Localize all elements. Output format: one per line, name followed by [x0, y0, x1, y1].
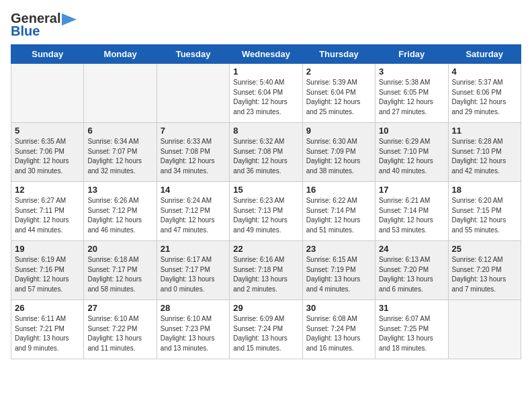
- day-number: 10: [379, 126, 444, 136]
- day-info: Sunrise: 6:12 AM Sunset: 7:20 PM Dayligh…: [452, 255, 517, 294]
- day-number: 22: [233, 244, 298, 254]
- calendar-cell: 24Sunrise: 6:13 AM Sunset: 7:20 PM Dayli…: [375, 241, 448, 300]
- day-number: 18: [452, 185, 517, 195]
- day-number: 9: [306, 126, 371, 136]
- day-number: 5: [15, 126, 80, 136]
- calendar-cell: 14Sunrise: 6:24 AM Sunset: 7:12 PM Dayli…: [157, 182, 229, 241]
- calendar-cell: 11Sunrise: 6:28 AM Sunset: 7:10 PM Dayli…: [448, 123, 521, 182]
- day-number: 16: [306, 185, 371, 195]
- calendar-cell: 15Sunrise: 6:23 AM Sunset: 7:13 PM Dayli…: [230, 182, 302, 241]
- day-info: Sunrise: 6:23 AM Sunset: 7:13 PM Dayligh…: [233, 196, 298, 235]
- day-number: 7: [161, 126, 226, 136]
- calendar-cell: [448, 300, 521, 359]
- day-info: Sunrise: 6:11 AM Sunset: 7:21 PM Dayligh…: [15, 314, 80, 353]
- calendar-cell: 4Sunrise: 5:37 AM Sunset: 6:06 PM Daylig…: [448, 64, 521, 123]
- calendar-cell: 2Sunrise: 5:39 AM Sunset: 6:04 PM Daylig…: [302, 64, 375, 123]
- col-header-thursday: Thursday: [302, 45, 375, 64]
- day-info: Sunrise: 6:15 AM Sunset: 7:19 PM Dayligh…: [306, 255, 371, 294]
- day-number: 26: [15, 303, 80, 313]
- calendar-cell: 27Sunrise: 6:10 AM Sunset: 7:22 PM Dayli…: [84, 300, 157, 359]
- day-number: 25: [452, 244, 517, 254]
- col-header-tuesday: Tuesday: [157, 45, 229, 64]
- day-info: Sunrise: 6:34 AM Sunset: 7:07 PM Dayligh…: [87, 137, 152, 176]
- col-header-sunday: Sunday: [11, 45, 84, 64]
- calendar: SundayMondayTuesdayWednesdayThursdayFrid…: [11, 44, 521, 359]
- day-info: Sunrise: 6:16 AM Sunset: 7:18 PM Dayligh…: [233, 255, 298, 294]
- day-info: Sunrise: 6:13 AM Sunset: 7:20 PM Dayligh…: [379, 255, 444, 294]
- calendar-cell: 9Sunrise: 6:30 AM Sunset: 7:09 PM Daylig…: [302, 123, 375, 182]
- col-header-friday: Friday: [375, 45, 448, 64]
- col-header-wednesday: Wednesday: [230, 45, 302, 64]
- day-number: 2: [306, 66, 371, 77]
- day-info: Sunrise: 6:09 AM Sunset: 7:24 PM Dayligh…: [233, 314, 298, 353]
- calendar-week-row: 1Sunrise: 5:40 AM Sunset: 6:04 PM Daylig…: [11, 64, 521, 123]
- calendar-cell: 28Sunrise: 6:10 AM Sunset: 7:23 PM Dayli…: [157, 300, 229, 359]
- day-number: 27: [87, 303, 152, 313]
- day-number: 19: [15, 244, 80, 254]
- calendar-cell: [84, 64, 157, 123]
- day-number: 21: [161, 244, 226, 254]
- day-info: Sunrise: 5:40 AM Sunset: 6:04 PM Dayligh…: [233, 78, 298, 117]
- day-number: 20: [87, 244, 152, 254]
- day-number: 15: [233, 185, 298, 195]
- day-number: 30: [306, 303, 371, 313]
- day-info: Sunrise: 6:22 AM Sunset: 7:14 PM Dayligh…: [306, 196, 371, 235]
- day-info: Sunrise: 6:18 AM Sunset: 7:17 PM Dayligh…: [87, 255, 152, 294]
- logo-arrow-icon: [62, 13, 77, 26]
- day-number: 31: [379, 303, 444, 313]
- day-number: 4: [452, 66, 517, 77]
- calendar-week-row: 5Sunrise: 6:35 AM Sunset: 7:06 PM Daylig…: [11, 123, 521, 182]
- calendar-cell: 20Sunrise: 6:18 AM Sunset: 7:17 PM Dayli…: [84, 241, 157, 300]
- calendar-cell: 1Sunrise: 5:40 AM Sunset: 6:04 PM Daylig…: [230, 64, 302, 123]
- day-number: 6: [87, 126, 152, 136]
- day-info: Sunrise: 5:39 AM Sunset: 6:04 PM Dayligh…: [306, 78, 371, 117]
- calendar-cell: 19Sunrise: 6:19 AM Sunset: 7:16 PM Dayli…: [11, 241, 84, 300]
- day-info: Sunrise: 6:10 AM Sunset: 7:22 PM Dayligh…: [87, 314, 152, 353]
- calendar-cell: 12Sunrise: 6:27 AM Sunset: 7:11 PM Dayli…: [11, 182, 84, 241]
- calendar-cell: 29Sunrise: 6:09 AM Sunset: 7:24 PM Dayli…: [230, 300, 302, 359]
- calendar-cell: 22Sunrise: 6:16 AM Sunset: 7:18 PM Dayli…: [230, 241, 302, 300]
- calendar-cell: 5Sunrise: 6:35 AM Sunset: 7:06 PM Daylig…: [11, 123, 84, 182]
- calendar-header-row: SundayMondayTuesdayWednesdayThursdayFrid…: [11, 45, 521, 64]
- calendar-cell: 30Sunrise: 6:08 AM Sunset: 7:24 PM Dayli…: [302, 300, 375, 359]
- calendar-week-row: 12Sunrise: 6:27 AM Sunset: 7:11 PM Dayli…: [11, 182, 521, 241]
- header: General Blue: [11, 11, 521, 39]
- calendar-cell: 10Sunrise: 6:29 AM Sunset: 7:10 PM Dayli…: [375, 123, 448, 182]
- day-info: Sunrise: 6:33 AM Sunset: 7:08 PM Dayligh…: [161, 137, 226, 176]
- calendar-cell: 7Sunrise: 6:33 AM Sunset: 7:08 PM Daylig…: [157, 123, 229, 182]
- day-number: 3: [379, 66, 444, 77]
- day-info: Sunrise: 6:20 AM Sunset: 7:15 PM Dayligh…: [452, 196, 517, 235]
- calendar-cell: 25Sunrise: 6:12 AM Sunset: 7:20 PM Dayli…: [448, 241, 521, 300]
- day-number: 13: [87, 185, 152, 195]
- day-info: Sunrise: 6:27 AM Sunset: 7:11 PM Dayligh…: [15, 196, 80, 235]
- day-info: Sunrise: 6:32 AM Sunset: 7:08 PM Dayligh…: [233, 137, 298, 176]
- calendar-cell: 13Sunrise: 6:26 AM Sunset: 7:12 PM Dayli…: [84, 182, 157, 241]
- calendar-cell: 23Sunrise: 6:15 AM Sunset: 7:19 PM Dayli…: [302, 241, 375, 300]
- svg-marker-0: [62, 13, 77, 26]
- day-info: Sunrise: 6:30 AM Sunset: 7:09 PM Dayligh…: [306, 137, 371, 176]
- day-number: 24: [379, 244, 444, 254]
- day-number: 17: [379, 185, 444, 195]
- day-info: Sunrise: 6:24 AM Sunset: 7:12 PM Dayligh…: [161, 196, 226, 235]
- day-number: 14: [161, 185, 226, 195]
- day-info: Sunrise: 6:21 AM Sunset: 7:14 PM Dayligh…: [379, 196, 444, 235]
- day-info: Sunrise: 6:10 AM Sunset: 7:23 PM Dayligh…: [161, 314, 226, 353]
- day-number: 1: [233, 66, 298, 77]
- calendar-cell: 16Sunrise: 6:22 AM Sunset: 7:14 PM Dayli…: [302, 182, 375, 241]
- day-number: 28: [161, 303, 226, 313]
- calendar-cell: 21Sunrise: 6:17 AM Sunset: 7:17 PM Dayli…: [157, 241, 229, 300]
- day-number: 29: [233, 303, 298, 313]
- day-info: Sunrise: 6:35 AM Sunset: 7:06 PM Dayligh…: [15, 137, 80, 176]
- day-info: Sunrise: 5:37 AM Sunset: 6:06 PM Dayligh…: [452, 78, 517, 117]
- day-number: 8: [233, 126, 298, 136]
- day-info: Sunrise: 6:29 AM Sunset: 7:10 PM Dayligh…: [379, 137, 444, 176]
- day-number: 12: [15, 185, 80, 195]
- calendar-cell: 8Sunrise: 6:32 AM Sunset: 7:08 PM Daylig…: [230, 123, 302, 182]
- day-info: Sunrise: 5:38 AM Sunset: 6:05 PM Dayligh…: [379, 78, 444, 117]
- calendar-cell: 26Sunrise: 6:11 AM Sunset: 7:21 PM Dayli…: [11, 300, 84, 359]
- col-header-saturday: Saturday: [448, 45, 521, 64]
- day-info: Sunrise: 6:19 AM Sunset: 7:16 PM Dayligh…: [15, 255, 80, 294]
- col-header-monday: Monday: [84, 45, 157, 64]
- calendar-cell: [157, 64, 229, 123]
- logo-blue: Blue: [11, 24, 40, 38]
